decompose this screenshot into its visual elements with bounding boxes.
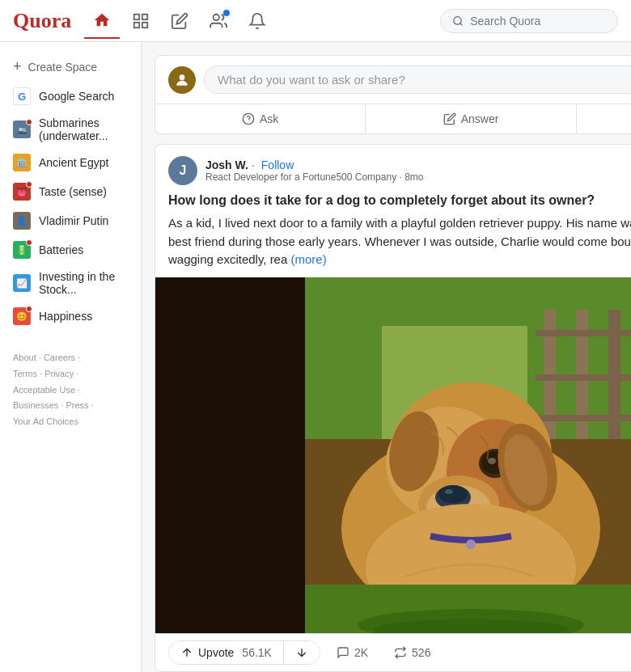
svg-point-37 bbox=[466, 539, 476, 549]
footer-link-about[interactable]: About bbox=[13, 353, 36, 362]
ask-input-row: What do you want to ask or share? bbox=[155, 56, 631, 104]
follow-button[interactable]: Follow bbox=[261, 158, 294, 171]
ask-actions: Ask Answer Post bbox=[155, 104, 631, 133]
nav-icons bbox=[84, 3, 440, 39]
share-count: 526 bbox=[412, 646, 430, 659]
comment-count: 2K bbox=[354, 646, 368, 659]
comment-icon bbox=[337, 646, 349, 659]
search-bar[interactable] bbox=[440, 9, 618, 33]
upvote-button[interactable]: Upvote 56.1K bbox=[169, 641, 284, 664]
search-input[interactable] bbox=[470, 15, 606, 27]
footer-link-press[interactable]: Press bbox=[66, 400, 88, 410]
upvote-label: Upvote bbox=[198, 646, 234, 659]
svg-point-4 bbox=[214, 14, 219, 19]
putin-icon: 👤 bbox=[13, 212, 31, 230]
investing-icon: 📈 bbox=[13, 274, 31, 292]
sidebar-item-label: Investing in the Stock... bbox=[39, 270, 128, 296]
answer-button[interactable]: Answer bbox=[365, 104, 575, 133]
sidebar: + Create Space G Google Search 🚢 Submari… bbox=[0, 42, 142, 672]
vote-group: Upvote 56.1K bbox=[168, 640, 320, 665]
sidebar-item-label: Happiness bbox=[39, 310, 92, 323]
create-space-label: Create Space bbox=[28, 61, 98, 74]
ask-label: Ask bbox=[260, 112, 278, 125]
layout: + Create Space G Google Search 🚢 Submari… bbox=[0, 42, 631, 672]
share-button[interactable]: 526 bbox=[384, 641, 440, 664]
nav-feed[interactable] bbox=[123, 3, 159, 39]
svg-point-29 bbox=[445, 489, 453, 494]
share-icon bbox=[394, 646, 407, 659]
post-card: J Josh W. · Follow React Developer for a… bbox=[155, 144, 631, 672]
ancient-egypt-icon: 🏛️ bbox=[13, 154, 31, 171]
comment-button[interactable]: 2K bbox=[327, 641, 378, 664]
main-content: What do you want to ask or share? Ask An… bbox=[142, 42, 631, 672]
svg-point-32 bbox=[488, 458, 496, 464]
sidebar-item-submarines[interactable]: 🚢 Submarines (underwater... bbox=[0, 111, 141, 148]
footer-link-privacy[interactable]: Privacy bbox=[44, 369, 74, 378]
post-body: As a kid, I lived next door to a family … bbox=[155, 214, 631, 277]
svg-rect-19 bbox=[536, 374, 631, 381]
post-image[interactable] bbox=[155, 277, 631, 633]
nav-edit[interactable] bbox=[162, 3, 197, 39]
taste-notification-dot bbox=[26, 181, 32, 188]
submarines-notification-dot bbox=[26, 119, 32, 125]
sidebar-item-label: Vladimir Putin bbox=[39, 214, 108, 227]
svg-rect-2 bbox=[134, 22, 139, 27]
sidebar-item-label: Taste (sense) bbox=[39, 185, 107, 198]
footer-link-ad-choices[interactable]: Your Ad Choices bbox=[13, 416, 78, 426]
footer-link-acceptable-use[interactable]: Acceptable Use bbox=[13, 385, 75, 395]
author-meta: React Developer for a Fortune500 Company… bbox=[205, 171, 423, 183]
footer-link-careers[interactable]: Careers bbox=[44, 353, 75, 362]
nav-home[interactable] bbox=[84, 3, 120, 39]
svg-rect-3 bbox=[142, 22, 147, 27]
sidebar-item-happiness[interactable]: 😊 Happiness bbox=[0, 302, 141, 331]
author-info: Josh W. · Follow React Developer for a F… bbox=[205, 158, 423, 183]
ask-button[interactable]: Ask bbox=[155, 104, 365, 133]
nav-notifications[interactable] bbox=[239, 3, 275, 39]
svg-rect-9 bbox=[155, 277, 305, 633]
people-notification-dot bbox=[223, 10, 230, 16]
sidebar-item-batteries[interactable]: 🔋 Batteries bbox=[0, 235, 141, 264]
quora-logo[interactable]: Quora bbox=[13, 9, 71, 33]
svg-rect-0 bbox=[134, 14, 139, 19]
taste-icon: 👅 bbox=[13, 183, 31, 201]
submarines-icon: 🚢 bbox=[13, 120, 31, 138]
nav-people[interactable] bbox=[201, 3, 236, 39]
footer-link-terms[interactable]: Terms bbox=[13, 369, 37, 378]
dog-image-svg bbox=[155, 277, 631, 633]
sidebar-item-ancient-egypt[interactable]: 🏛️ Ancient Egypt bbox=[0, 148, 141, 177]
ask-box: What do you want to ask or share? Ask An… bbox=[155, 55, 631, 134]
author-name[interactable]: Josh W. bbox=[205, 158, 248, 171]
answer-icon bbox=[443, 112, 456, 125]
sidebar-item-taste[interactable]: 👅 Taste (sense) bbox=[0, 177, 141, 206]
create-space-button[interactable]: + Create Space bbox=[0, 52, 141, 82]
sidebar-item-label: Ancient Egypt bbox=[39, 156, 108, 169]
post-author: J Josh W. · Follow React Developer for a… bbox=[168, 156, 423, 185]
sidebar-item-label: Google Search bbox=[39, 90, 114, 103]
post-button[interactable]: Post bbox=[576, 104, 631, 133]
sidebar-item-google-search[interactable]: G Google Search bbox=[0, 82, 141, 111]
ask-placeholder[interactable]: What do you want to ask or share? bbox=[204, 66, 631, 94]
svg-point-5 bbox=[454, 16, 461, 23]
dot-separator: · bbox=[252, 158, 255, 171]
svg-rect-20 bbox=[536, 415, 631, 421]
plus-icon: + bbox=[13, 58, 22, 75]
author-avatar: J bbox=[168, 156, 197, 185]
svg-point-6 bbox=[180, 74, 185, 80]
post-question[interactable]: How long does it take for a dog to compl… bbox=[155, 193, 631, 214]
answer-label: Answer bbox=[461, 112, 499, 125]
read-more-link[interactable]: (more) bbox=[290, 252, 326, 266]
user-avatar bbox=[168, 66, 196, 94]
post-footer: Upvote 56.1K 2K 526 ··· bbox=[155, 633, 631, 671]
downvote-icon bbox=[295, 646, 308, 659]
sidebar-item-investing[interactable]: 📈 Investing in the Stock... bbox=[0, 264, 141, 302]
post-header: J Josh W. · Follow React Developer for a… bbox=[155, 145, 631, 193]
footer-link-businesses[interactable]: Businesses bbox=[13, 400, 58, 410]
downvote-button[interactable] bbox=[284, 641, 320, 664]
batteries-notification-dot bbox=[26, 239, 32, 246]
happiness-icon: 😊 bbox=[13, 307, 31, 325]
header: Quora bbox=[0, 0, 631, 42]
sidebar-item-vladimir-putin[interactable]: 👤 Vladimir Putin bbox=[0, 206, 141, 235]
post-body-text: As a kid, I lived next door to a family … bbox=[168, 216, 631, 266]
svg-point-28 bbox=[438, 485, 468, 503]
sidebar-item-label: Batteries bbox=[39, 243, 83, 256]
